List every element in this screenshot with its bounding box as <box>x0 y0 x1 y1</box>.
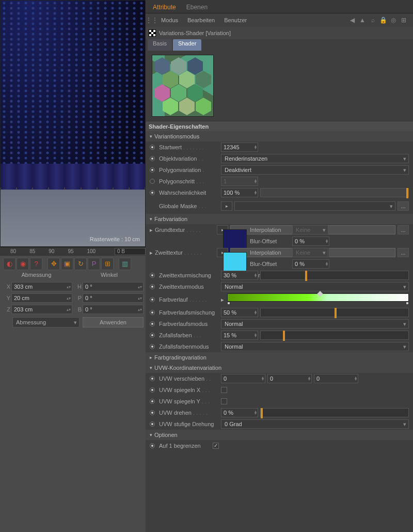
gradient-mix-slider[interactable] <box>260 308 409 317</box>
record-icon[interactable]: ◐ <box>3 258 15 270</box>
apply-button[interactable]: Anwenden <box>83 317 144 327</box>
up-icon[interactable]: ▲ <box>358 16 367 24</box>
sectex-mix-slider[interactable] <box>260 271 409 280</box>
anim-radio[interactable] <box>150 443 155 448</box>
section-shader-props: Shader-Eigenschaften <box>146 121 413 131</box>
size-z-field[interactable]: 203 cm▴▾ <box>11 305 72 314</box>
move-icon[interactable]: ✥ <box>47 258 60 270</box>
menu-modus[interactable]: Modus <box>157 15 182 25</box>
anim-radio[interactable] <box>150 421 155 427</box>
timeline-ruler[interactable]: 80 85 90 95 100 0 B <box>0 247 146 255</box>
anim-radio[interactable] <box>150 190 155 195</box>
anim-radio[interactable] <box>150 284 155 289</box>
group-options[interactable]: Optionen <box>146 430 413 440</box>
size-x-field[interactable]: 303 cm▴▾ <box>11 282 72 291</box>
anim-radio <box>150 179 155 184</box>
random-color-field[interactable]: 15 %▴▾ <box>221 331 258 340</box>
anim-radio[interactable] <box>150 321 155 326</box>
angle-header: Winkel <box>73 272 146 281</box>
uvw-step-rotate-dropdown[interactable]: 0 Grad <box>221 419 409 429</box>
search-icon[interactable]: ⌕ <box>369 16 377 24</box>
tab-ebenen[interactable]: Ebenen <box>181 2 213 13</box>
param-icon[interactable]: P <box>88 258 100 270</box>
probability-slider[interactable] <box>260 188 409 197</box>
anim-radio[interactable] <box>150 167 155 173</box>
mask-field[interactable] <box>234 201 395 211</box>
uvw-rotate-slider[interactable] <box>260 408 409 417</box>
sectex-mix-field[interactable]: 30 %▴▾ <box>221 271 258 280</box>
sectex-interp-dropdown: Keine <box>292 248 328 257</box>
gradient-editor[interactable] <box>227 293 409 302</box>
shader-icon <box>149 29 156 37</box>
polygonvariation-dropdown[interactable]: Deaktiviert <box>221 165 409 175</box>
lock-icon[interactable]: 🔒 <box>379 16 387 24</box>
size-y-field[interactable]: 20 cm▴▾ <box>11 293 72 303</box>
anim-radio[interactable] <box>150 145 155 150</box>
basetex-interp-dropdown: Keine <box>292 225 328 234</box>
mask-menu-button[interactable]: ▸ <box>221 201 232 211</box>
shader-preview[interactable] <box>152 55 214 117</box>
group-color-variation[interactable]: Farbvariation <box>146 214 413 224</box>
basetex-bluroffset-field[interactable]: 0 %▴▾ <box>292 237 329 246</box>
viewport-grid-label: Rasterweite : 10 cm <box>90 236 140 242</box>
anim-radio[interactable] <box>150 310 155 315</box>
anim-radio[interactable] <box>150 344 155 349</box>
uvw-mirror-x-checkbox[interactable] <box>221 387 227 393</box>
uvw-shift-x-field[interactable]: 0▴▾ <box>221 374 265 383</box>
target-icon[interactable]: ◎ <box>389 16 398 24</box>
uvw-shift-z-field[interactable]: 0▴▾ <box>314 374 358 383</box>
autokey-icon[interactable]: ◉ <box>17 258 29 270</box>
rot-p-field[interactable]: 0 °▴▾ <box>83 293 144 303</box>
anim-radio[interactable] <box>150 333 155 338</box>
menu-benutzer[interactable]: Benutzer <box>220 15 251 25</box>
viewport[interactable]: Rasterweite : 10 cm <box>0 0 146 247</box>
startwert-field[interactable]: 12345▴▾ <box>221 143 258 152</box>
grid-icon[interactable]: ⊞ <box>101 258 114 270</box>
anim-radio[interactable] <box>150 399 155 404</box>
sectex-mode-dropdown[interactable]: Normal <box>221 282 409 291</box>
coord-mode-dropdown[interactable]: Abmessung <box>12 317 80 327</box>
anim-radio[interactable] <box>150 156 155 161</box>
rotate-icon[interactable]: ↻ <box>74 258 87 270</box>
film-icon[interactable]: ▥ <box>119 258 131 270</box>
polygonschritt-field: 1▴▾ <box>221 177 258 186</box>
dimension-header: Abmessung <box>0 272 73 281</box>
rot-b-field[interactable]: 0 °▴▾ <box>83 305 144 314</box>
uvw-shift-y-field[interactable]: 0▴▾ <box>267 374 312 383</box>
anim-radio[interactable] <box>150 410 155 415</box>
group-variation-mode[interactable]: Variantionsmodus <box>146 131 413 142</box>
menu-bearbeiten[interactable]: Bearbeiten <box>183 15 219 25</box>
anim-radio[interactable] <box>150 297 155 302</box>
objektvariation-dropdown[interactable]: Renderinstanzen <box>221 154 409 163</box>
anim-radio[interactable] <box>150 387 155 393</box>
random-color-slider[interactable] <box>260 331 409 340</box>
gradient-mix-field[interactable]: 50 %▴▾ <box>221 308 258 317</box>
tab-attribute[interactable]: Attribute <box>148 2 181 13</box>
help-icon[interactable]: ? <box>30 258 42 270</box>
mask-browse-button[interactable]: ... <box>398 201 409 211</box>
group-grading-variation[interactable]: Farbgradingvariation <box>146 352 413 363</box>
anim-radio[interactable] <box>150 376 155 381</box>
grip-icon[interactable]: ⋮⋮ <box>148 16 156 24</box>
uvw-mirror-y-checkbox[interactable] <box>221 398 227 404</box>
random-color-mode-dropdown[interactable]: Normal <box>221 342 409 351</box>
frame-field[interactable]: 0 B <box>115 248 146 255</box>
rot-h-field[interactable]: 0 °▴▾ <box>83 282 144 291</box>
object-title: Variations-Shader [Variation] <box>159 30 231 36</box>
subtab-basis[interactable]: Basis <box>148 39 172 51</box>
uvw-rotate-field[interactable]: 0 %▴▾ <box>221 408 258 417</box>
group-uvw-variation[interactable]: UVW-Koordinatenvariation <box>146 363 413 373</box>
probability-field[interactable]: 100 %▴▾ <box>221 188 258 197</box>
back-icon[interactable]: ◀ <box>348 16 356 24</box>
subtab-shader[interactable]: Shader <box>173 39 201 51</box>
anim-radio[interactable] <box>150 273 155 278</box>
sectex-bluroffset-field[interactable]: 0 %▴▾ <box>292 259 329 269</box>
gradient-mode-dropdown[interactable]: Normal <box>221 319 409 328</box>
scale-icon[interactable]: ▣ <box>61 258 73 270</box>
expand-icon[interactable]: ⊞ <box>400 16 408 24</box>
clamp-checkbox[interactable] <box>213 443 219 449</box>
